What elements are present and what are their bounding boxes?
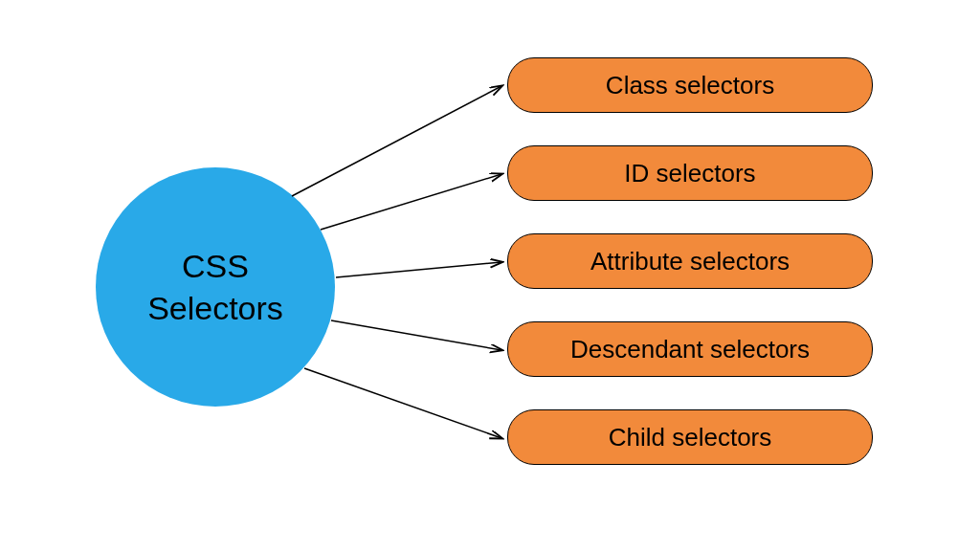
arrow-2 bbox=[321, 174, 501, 230]
item-attribute-selectors: Attribute selectors bbox=[507, 233, 873, 289]
center-label: CSS Selectors bbox=[147, 245, 283, 329]
center-label-line1: CSS bbox=[182, 248, 249, 284]
item-descendant-selectors: Descendant selectors bbox=[507, 321, 873, 377]
center-label-line2: Selectors bbox=[147, 290, 283, 326]
item-label: Class selectors bbox=[606, 71, 774, 100]
arrow-1 bbox=[292, 86, 501, 196]
item-id-selectors: ID selectors bbox=[507, 145, 873, 201]
center-node: CSS Selectors bbox=[96, 167, 335, 407]
arrow-3 bbox=[336, 262, 501, 277]
item-label: Descendant selectors bbox=[570, 335, 810, 364]
item-label: ID selectors bbox=[624, 159, 755, 188]
item-class-selectors: Class selectors bbox=[507, 57, 873, 113]
item-label: Attribute selectors bbox=[590, 247, 790, 276]
item-child-selectors: Child selectors bbox=[507, 409, 873, 465]
arrow-5 bbox=[304, 368, 501, 438]
arrow-4 bbox=[331, 320, 501, 350]
item-label: Child selectors bbox=[609, 423, 772, 452]
